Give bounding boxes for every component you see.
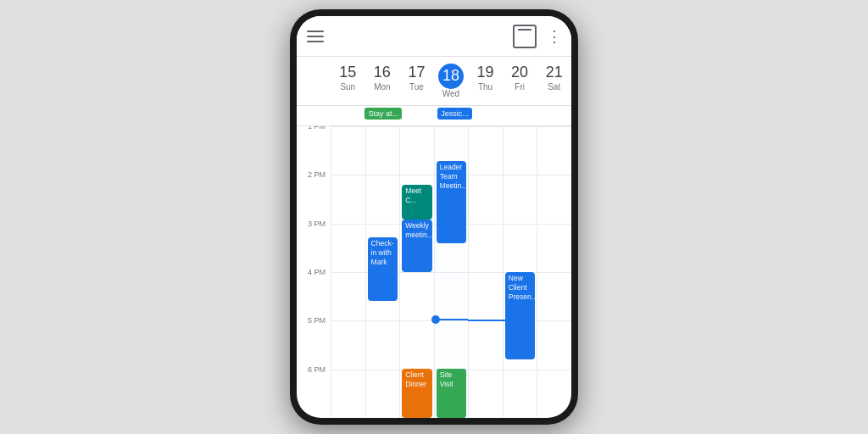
hour-line	[504, 126, 537, 127]
calendar-event[interactable]: Leader Team Meetin...	[437, 161, 467, 242]
hour-line	[366, 320, 400, 321]
calendar-event[interactable]: New Client Presen...	[505, 272, 536, 359]
hour-line	[331, 272, 365, 273]
time-gutter-header	[297, 60, 331, 102]
day-header-row: 15Sun16Mon17Tue18Wed19Thu20Fri21Sat	[297, 57, 571, 106]
time-label: 1 PM	[308, 126, 326, 131]
hour-line	[435, 126, 469, 127]
hour-line	[469, 175, 503, 175]
app-header: ⋮	[297, 16, 571, 57]
phone-frame: ⋮ 15Sun16Mon17Tue18Wed19Thu20Fri21Sat St…	[290, 9, 578, 425]
hour-line	[435, 272, 469, 273]
day-column-thu[interactable]	[468, 126, 503, 418]
calendar-event[interactable]: Site Visit	[437, 369, 467, 418]
hour-line	[537, 175, 571, 175]
day-header-sun[interactable]: 15Sun	[331, 60, 365, 102]
calendar-event[interactable]: Meet C...	[402, 185, 432, 220]
more-icon[interactable]: ⋮	[547, 27, 561, 46]
hour-line	[504, 224, 537, 225]
allday-cell-1: Stay at...	[363, 107, 403, 125]
day-column-wed[interactable]: Leader Team Meetin...Team Meetin...Site …	[434, 126, 469, 418]
current-time-indicator	[435, 319, 469, 320]
calendar-body: 1 PM2 PM3 PM4 PM5 PM6 PM Check-in with M…	[297, 126, 571, 418]
hour-line	[400, 320, 434, 321]
current-time-line-extend	[468, 320, 519, 321]
day-header-wed[interactable]: 18Wed	[434, 60, 469, 102]
day-header-fri[interactable]: 20Fri	[503, 60, 537, 102]
hour-line	[504, 175, 537, 175]
allday-row: Stay at...Jessic...	[297, 106, 571, 126]
hour-line	[331, 126, 365, 127]
hour-line	[469, 126, 503, 127]
day-header-tue[interactable]: 17Tue	[399, 60, 434, 102]
hour-line	[331, 224, 365, 225]
hour-line	[537, 370, 571, 370]
current-time-dot	[431, 315, 440, 324]
calendar-event[interactable]: Client Dinner	[402, 369, 432, 418]
hour-line	[469, 272, 503, 273]
allday-cell-2	[403, 107, 436, 125]
day-column-mon[interactable]: Check-in with Mark	[365, 126, 400, 418]
time-label: 4 PM	[308, 268, 326, 276]
day-column-sun[interactable]	[331, 126, 365, 418]
day-column-fri[interactable]: New Client Presen...	[503, 126, 537, 418]
header-icons: ⋮	[513, 25, 561, 48]
hour-line	[469, 224, 503, 225]
time-label: 2 PM	[308, 170, 326, 179]
time-labels: 1 PM2 PM3 PM4 PM5 PM6 PM	[297, 126, 331, 418]
hour-line	[400, 272, 434, 273]
hour-line	[331, 320, 365, 321]
day-column-sat[interactable]	[537, 126, 571, 418]
hour-line	[400, 175, 434, 175]
hour-line	[537, 320, 571, 321]
hour-line	[537, 272, 571, 273]
time-label: 3 PM	[308, 220, 326, 228]
hour-line	[366, 224, 400, 225]
allday-cell-6	[539, 107, 571, 125]
hour-line	[366, 175, 400, 175]
hour-line	[537, 126, 571, 127]
hour-line	[537, 224, 571, 225]
day-header-sat[interactable]: 21Sat	[537, 60, 571, 102]
day-header-thu[interactable]: 19Thu	[468, 60, 503, 102]
allday-event[interactable]: Jessic...	[437, 108, 472, 120]
hour-line	[331, 175, 365, 175]
hour-line	[366, 126, 400, 127]
days-grid: Check-in with MarkMeet C...Weekly meetin…	[331, 126, 571, 418]
day-column-tue[interactable]: Meet C...Weekly meetin...Client Dinner	[399, 126, 434, 418]
allday-cell-0	[331, 107, 363, 125]
hour-line	[400, 126, 434, 127]
time-label: 6 PM	[308, 365, 326, 374]
allday-cell-3: Jessic...	[436, 107, 474, 125]
hour-line	[469, 370, 503, 370]
allday-cell-5	[506, 107, 538, 125]
hour-line	[331, 370, 365, 370]
calendar-event[interactable]: Check-in with Mark	[368, 237, 398, 302]
hour-line	[504, 370, 537, 370]
calendar-event[interactable]: Weekly meetin...	[402, 220, 432, 272]
calendar-icon[interactable]	[513, 25, 537, 48]
time-label: 5 PM	[308, 316, 326, 325]
phone-screen: ⋮ 15Sun16Mon17Tue18Wed19Thu20Fri21Sat St…	[297, 16, 571, 418]
allday-cell-4	[474, 107, 506, 125]
hour-line	[366, 370, 400, 370]
menu-icon[interactable]	[307, 31, 324, 42]
day-header-mon[interactable]: 16Mon	[365, 60, 400, 102]
allday-event[interactable]: Stay at...	[364, 108, 402, 120]
